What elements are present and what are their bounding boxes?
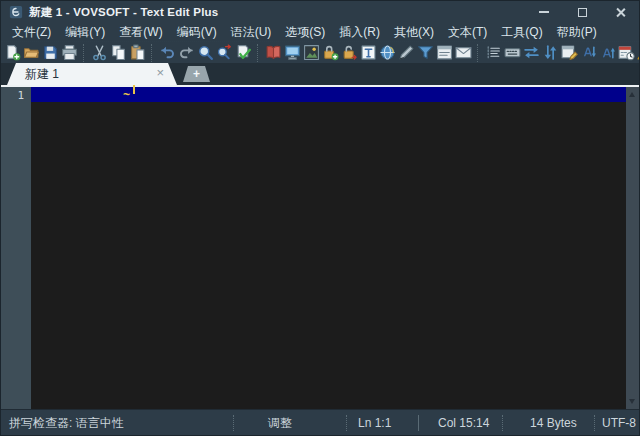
menu-item-7[interactable]: 插入(R) — [332, 23, 387, 41]
toolbar — [1, 41, 639, 63]
new-document-icon[interactable] — [3, 43, 22, 63]
font-icon[interactable] — [359, 43, 378, 63]
replace-icon[interactable] — [215, 43, 234, 63]
globe-icon[interactable] — [378, 43, 397, 63]
scroll-down-icon[interactable] — [629, 399, 635, 404]
window-list-icon[interactable] — [435, 43, 454, 63]
book-icon[interactable] — [264, 43, 283, 63]
menu-item-2[interactable]: 编辑(Y) — [58, 23, 112, 41]
menu-bar: 文件(Z)编辑(Y)查看(W)编码(V)语法(U)选项(S)插入(R)其他(X)… — [1, 23, 639, 41]
tab-close-icon[interactable]: × — [156, 66, 164, 80]
maximize-icon — [578, 8, 587, 17]
menu-item-8[interactable]: 其他(X) — [387, 23, 441, 41]
new-tab-button[interactable]: + — [183, 66, 210, 82]
lock-open-icon[interactable] — [340, 43, 359, 63]
open-folder-icon[interactable] — [22, 43, 41, 63]
spell-check-icon[interactable] — [234, 43, 253, 63]
text-input-area[interactable]: ~ — [31, 87, 626, 409]
app-window: 新建 1 - VOVSOFT - Text Edit Plus 文件(Z)编辑(… — [0, 0, 640, 436]
maximize-button[interactable] — [563, 1, 601, 23]
filter-icon[interactable] — [416, 43, 435, 63]
status-line: Ln 1:1 — [358, 416, 391, 430]
toolbar-separator — [151, 44, 158, 62]
vertical-scrollbar[interactable] — [626, 87, 639, 409]
status-separator — [502, 415, 503, 431]
menu-item-6[interactable]: 选项(S) — [278, 23, 332, 41]
menu-item-9[interactable]: 文本(T) — [441, 23, 494, 41]
toolbar-separator — [257, 44, 264, 62]
close-button[interactable] — [601, 1, 639, 23]
sort-ascending-icon[interactable] — [579, 43, 598, 63]
tab-label: 新建 1 — [7, 66, 59, 83]
envelope-icon[interactable] — [454, 43, 473, 63]
warning-icon[interactable] — [636, 43, 640, 63]
status-bar: 拼写检查器: 语言中性 调整 Ln 1:1 Col 15:14 14 Bytes… — [1, 409, 639, 435]
save-icon[interactable] — [41, 43, 60, 63]
menu-item-10[interactable]: 工具(Q) — [494, 23, 549, 41]
pen-icon[interactable] — [397, 43, 416, 63]
toolbar-separator — [83, 44, 90, 62]
tab-bar: 新建 1 × + — [1, 63, 639, 87]
toolbar-separator — [477, 44, 484, 62]
window-controls — [525, 1, 639, 23]
sort-descending-icon[interactable] — [598, 43, 617, 63]
swap-horizontal-icon[interactable] — [522, 43, 541, 63]
search-icon[interactable] — [196, 43, 215, 63]
minimize-icon — [539, 11, 549, 13]
status-separator — [418, 415, 419, 431]
scroll-up-icon[interactable] — [629, 92, 635, 97]
close-icon — [615, 7, 626, 18]
undo-icon[interactable] — [158, 43, 177, 63]
monitor-icon[interactable] — [283, 43, 302, 63]
status-spellchecker: 拼写检查器: 语言中性 — [9, 414, 124, 431]
print-icon[interactable] — [60, 43, 79, 63]
menu-item-5[interactable]: 语法(U) — [224, 23, 279, 41]
copy-icon[interactable] — [109, 43, 128, 63]
status-adjust: 调整 — [268, 414, 292, 431]
redo-icon[interactable] — [177, 43, 196, 63]
status-file-size: 14 Bytes — [530, 416, 577, 430]
swap-vertical-icon[interactable] — [541, 43, 560, 63]
tab-document-1[interactable]: 新建 1 × — [7, 63, 177, 85]
menu-item-11[interactable]: 帮助(P) — [550, 23, 604, 41]
status-column: Col 15:14 — [438, 416, 489, 430]
text-caret — [133, 85, 135, 94]
image-icon[interactable] — [302, 43, 321, 63]
paste-icon[interactable] — [128, 43, 147, 63]
menu-item-1[interactable]: 文件(Z) — [5, 23, 58, 41]
status-separator — [233, 415, 234, 431]
app-icon — [9, 5, 23, 19]
calendar-clock-icon[interactable] — [617, 43, 636, 63]
edit-window-icon[interactable] — [560, 43, 579, 63]
lock-add-icon[interactable] — [321, 43, 340, 63]
status-separator — [346, 415, 347, 431]
menu-item-3[interactable]: 查看(W) — [112, 23, 169, 41]
line-number-gutter: 1 — [1, 87, 31, 409]
minimize-button[interactable] — [525, 1, 563, 23]
title-bar: 新建 1 - VOVSOFT - Text Edit Plus — [1, 1, 639, 23]
status-encoding: UTF-8 — [602, 416, 636, 430]
line-number: 1 — [1, 88, 24, 103]
list-icon[interactable] — [484, 43, 503, 63]
keyboard-icon[interactable] — [503, 43, 522, 63]
window-title: 新建 1 - VOVSOFT - Text Edit Plus — [29, 5, 218, 20]
status-separator — [594, 415, 595, 431]
cut-icon[interactable] — [90, 43, 109, 63]
editor-area: 1 ~ — [1, 87, 639, 409]
whitespace-marker: ~ — [123, 89, 130, 101]
menu-item-4[interactable]: 编码(V) — [170, 23, 224, 41]
selected-line-highlight — [31, 87, 626, 102]
